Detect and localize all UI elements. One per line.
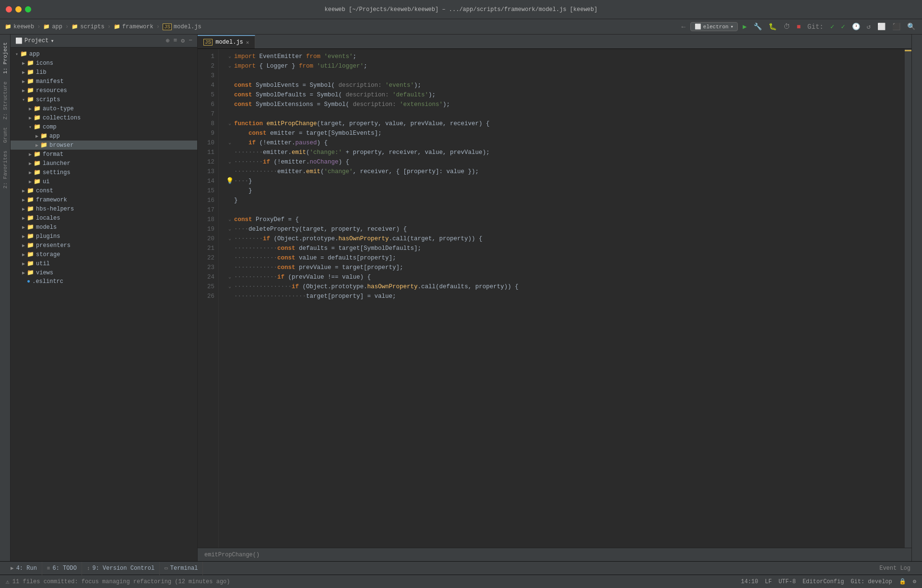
fold-icon[interactable]: ⌄ (225, 61, 234, 71)
debug-icon[interactable]: 🐛 (767, 22, 779, 32)
list-item[interactable]: ▾ 📁 app (11, 49, 197, 59)
code-line: const emitter = target[SymbolEvents]; (225, 129, 905, 138)
list-item[interactable]: ▾ 📁 scripts (11, 95, 197, 104)
vcs-panel-btn[interactable]: ↕ 9: Version Control (82, 562, 160, 575)
list-item[interactable]: ▶ 📁 format (11, 150, 197, 159)
list-item[interactable]: ▶ 📁 resources (11, 86, 197, 95)
git-revert-icon[interactable]: ↺ (865, 22, 873, 32)
project-title: ⬜ Project ▾ (15, 37, 54, 45)
eslintrc-icon: ● (27, 278, 30, 285)
git-diff-icon[interactable]: ⬜ (875, 22, 887, 32)
build-icon[interactable]: 🔧 (752, 22, 764, 32)
maximize-button[interactable] (25, 6, 31, 12)
list-item[interactable]: ▶ 📁 views (11, 268, 197, 277)
profile-icon[interactable]: ⏱ (781, 22, 792, 32)
list-item[interactable]: ▶ 📁 auto-type (11, 104, 197, 113)
nav-scripts[interactable]: 📁 scripts (71, 24, 104, 30)
nav-app[interactable]: 📁 app (43, 24, 62, 30)
nav-toolbar-right: ← ⬜ electron ▾ ▶ 🔧 🐛 ⏱ ■ Git: ✓ ✓ 🕐 ↺ ⬜ … (679, 22, 917, 32)
list-item[interactable]: ▶ 📁 collections (11, 113, 197, 122)
traffic-lights (6, 6, 31, 12)
project-tab[interactable]: 1: Project (1, 38, 10, 78)
bulb-icon[interactable]: 💡 (225, 176, 234, 186)
list-item[interactable]: ▶ 📁 locales (11, 213, 197, 223)
list-item[interactable]: ▶ 📁 storage (11, 250, 197, 259)
side-tabs-left: 1: Project Z: Structure Grunt 2: Favorit… (0, 35, 11, 561)
list-item[interactable]: ▶ 📁 icons (11, 59, 197, 68)
stop-icon[interactable]: ■ (795, 22, 803, 32)
tree-arrow: ▶ (20, 261, 27, 267)
folder-icon: 📁 (34, 114, 41, 121)
list-item[interactable]: ▶ 📁 presenters (11, 241, 197, 250)
project-tree: ▾ 📁 app ▶ 📁 icons ▶ 📁 lib ▶ 📁 manifest ▶ (11, 47, 197, 561)
run-icon[interactable]: ▶ (741, 22, 748, 32)
event-log-btn[interactable]: Event Log (879, 565, 910, 572)
fold-icon[interactable]: ⌄ (225, 215, 234, 224)
status-settings-icon[interactable]: ⚙ (913, 578, 916, 585)
nav-keeweb[interactable]: 📁 keeweb (5, 24, 34, 30)
fold-icon[interactable]: ⌄ (225, 52, 234, 61)
code-line: ⌄ import { Logger } from 'util/logger'; (225, 61, 905, 71)
list-item[interactable]: ▶ 📁 plugins (11, 232, 197, 241)
minimize-panel-icon[interactable]: − (189, 37, 192, 45)
status-encoding[interactable]: UTF-8 (779, 578, 796, 585)
status-git-branch[interactable]: Git: develop (851, 578, 892, 585)
layout-icon[interactable]: ⬛ (890, 22, 902, 32)
git-check-icon[interactable]: ✓ (828, 22, 836, 32)
project-header-icons: ⊕ ≡ ⚙ − (166, 37, 192, 45)
list-item[interactable]: ▾ 📁 comp (11, 122, 197, 131)
vcs-icon: ↕ (87, 565, 90, 571)
status-editor-config[interactable]: EditorConfig (803, 578, 844, 585)
grunt-tab[interactable]: Grunt (1, 123, 10, 147)
minimize-button[interactable] (15, 6, 22, 12)
structure-tab[interactable]: Z: Structure (1, 78, 10, 123)
bottom-toolbar: ▶ 4: Run ≡ 6: TODO ↕ 9: Version Control … (0, 561, 922, 575)
list-item[interactable]: ▶ 📁 util (11, 259, 197, 268)
settings-icon[interactable]: ⚙ (181, 37, 185, 45)
tree-arrow: ▶ (27, 170, 34, 176)
search-icon[interactable]: 🔍 (905, 22, 917, 32)
list-item[interactable]: ▶ 📁 ui (11, 177, 197, 186)
list-item[interactable]: ▶ 📁 const (11, 186, 197, 195)
collapse-icon[interactable]: ≡ (174, 37, 177, 45)
nav-modeljs[interactable]: JS model.js (163, 24, 201, 30)
list-item[interactable]: ▶ 📁 app (11, 131, 197, 141)
terminal-panel-btn[interactable]: ▭ Terminal (160, 562, 203, 575)
folder-icon: 📁 (34, 178, 41, 185)
electron-dropdown[interactable]: ⬜ electron ▾ (690, 22, 738, 31)
list-item[interactable]: ▶ 📁 browser (11, 141, 197, 150)
fold-icon[interactable]: ⌄ (225, 272, 234, 282)
favorites-tab[interactable]: 2: Favorites (1, 147, 10, 192)
back-icon[interactable]: ← (679, 22, 687, 32)
list-item[interactable]: ▶ 📁 models (11, 223, 197, 232)
list-item[interactable]: ▶ 📁 settings (11, 168, 197, 177)
git-history-icon[interactable]: 🕐 (850, 22, 862, 32)
tab-close-icon[interactable]: ✕ (246, 39, 249, 46)
fold-icon[interactable]: ⌄ (225, 224, 234, 234)
list-item[interactable]: ● .eslintrc (11, 277, 197, 286)
nav-framework[interactable]: 📁 framework (114, 24, 154, 30)
list-item[interactable]: ▶ 📁 hbs-helpers (11, 204, 197, 213)
tree-arrow: ▾ (13, 51, 20, 57)
git-check2-icon[interactable]: ✓ (839, 22, 847, 32)
code-editor[interactable]: ⌄ import EventEmitter from 'events'; ⌄ i… (219, 49, 905, 548)
code-line: ············const value = defaults[prope… (225, 253, 905, 263)
locate-icon[interactable]: ⊕ (166, 37, 170, 45)
fold-icon[interactable]: ⌄ (225, 234, 234, 244)
tab-modeljs[interactable]: JS model.js ✕ (198, 35, 255, 48)
list-item[interactable]: ▶ 📁 manifest (11, 77, 197, 86)
fold-icon[interactable]: ⌄ (225, 138, 234, 148)
tree-arrow: ▶ (27, 179, 34, 185)
tree-arrow: ▶ (20, 252, 27, 258)
fold-icon[interactable]: ⌄ (225, 157, 234, 167)
tree-arrow: ▾ (27, 124, 34, 130)
list-item[interactable]: ▶ 📁 lib (11, 68, 197, 77)
close-button[interactable] (6, 6, 12, 12)
fold-icon[interactable]: ⌄ (225, 282, 234, 292)
run-panel-btn[interactable]: ▶ 4: Run (6, 562, 42, 575)
fold-icon[interactable]: ⌄ (225, 119, 234, 129)
status-line-ending[interactable]: LF (765, 578, 772, 585)
todo-panel-btn[interactable]: ≡ 6: TODO (42, 562, 82, 575)
list-item[interactable]: ▶ 📁 framework (11, 195, 197, 204)
list-item[interactable]: ▶ 📁 launcher (11, 159, 197, 168)
